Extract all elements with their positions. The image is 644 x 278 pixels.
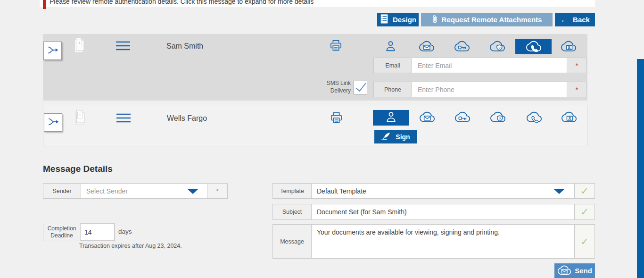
paperclip-icon — [432, 14, 438, 25]
request-remote-attachments-label: Request Remote Attachments — [442, 16, 542, 24]
phone-required-marker: * — [567, 82, 586, 97]
template-valid-check: ✓ — [574, 184, 594, 198]
document-pages-icon — [73, 48, 85, 56]
merge-arrow-icon — [47, 116, 59, 129]
document-count: 1 — [77, 40, 82, 46]
auth-access-code-icon[interactable] — [444, 110, 480, 126]
recipient-name: Wells Fargo — [167, 114, 207, 123]
quill-icon — [381, 131, 392, 142]
back-button-label: Back — [573, 16, 590, 24]
esign-transaction-page: Please review remote authentication deta… — [0, 0, 644, 278]
send-button[interactable]: Send — [554, 263, 595, 278]
auth-sms-phone-icon[interactable] — [516, 110, 552, 126]
auth-access-code-icon[interactable] — [444, 39, 480, 54]
phone-field-row: Phone * — [373, 82, 587, 97]
email-label: Email — [374, 58, 412, 73]
auth-challenge-question-icon[interactable]: ? — [479, 110, 516, 126]
completion-deadline-input[interactable] — [80, 223, 115, 241]
expiry-note: Transaction expires after Aug 23, 2024. — [79, 243, 182, 249]
sms-delivery-checkbox[interactable] — [354, 81, 367, 94]
scrollbar[interactable] — [637, 59, 644, 278]
alert-message: Please review remote authentication deta… — [50, 0, 314, 5]
drag-handle-icon[interactable] — [116, 113, 131, 125]
subject-label: Subject — [273, 204, 312, 219]
sms-link-delivery-label: SMS Link Delivery — [322, 80, 351, 94]
auth-sms-phone-icon-selected[interactable] — [515, 39, 552, 54]
recipient-row-sam-smith: 1 Sam Smith ? Email * SMS Link Delivery … — [43, 34, 587, 101]
chevron-down-icon[interactable] — [553, 189, 565, 194]
document-count-icon: 1 — [73, 37, 85, 54]
template-label: Template — [273, 184, 312, 198]
completion-deadline-label: Completion Deadline — [43, 223, 80, 241]
sign-button-label: Sign — [396, 133, 410, 141]
back-arrow-icon: ← — [560, 15, 569, 24]
document-count: 1 — [77, 112, 83, 118]
merge-recipient-button[interactable] — [43, 42, 62, 60]
recipient-row-wells-fargo: 1 Wells Fargo ? Sign — [43, 105, 587, 146]
message-value[interactable]: Your documents are available for viewing… — [312, 225, 574, 258]
print-icon[interactable] — [329, 39, 343, 54]
auth-in-person-icon-selected[interactable] — [373, 110, 409, 126]
send-cloud-envelope-icon — [557, 265, 571, 277]
email-required-marker: * — [567, 58, 586, 73]
merge-recipient-button[interactable] — [44, 113, 62, 132]
sign-button[interactable]: Sign — [374, 130, 417, 143]
alert-red-accent — [43, 0, 46, 9]
auth-id-verification-icon[interactable] — [551, 110, 587, 126]
svg-text:?: ? — [498, 117, 501, 121]
sender-label: Sender — [43, 184, 81, 198]
auth-challenge-question-icon[interactable]: ? — [479, 39, 515, 54]
completion-deadline-group: Completion Deadline — [43, 223, 115, 241]
phone-label: Phone — [374, 82, 412, 97]
design-doc-icon — [380, 14, 389, 25]
email-input[interactable] — [412, 58, 567, 73]
template-dropdown[interactable]: Template Default Template ✓ — [272, 183, 595, 199]
back-button[interactable]: ← Back — [555, 13, 595, 26]
auth-email-delivery-icon[interactable] — [409, 110, 445, 126]
merge-arrow-icon — [47, 44, 59, 58]
subject-valid-check: ✓ — [574, 204, 594, 219]
message-label: Message — [273, 225, 312, 258]
subject-value[interactable]: Document Set (for Sam Smith) — [312, 204, 574, 219]
sender-required-marker: * — [207, 184, 227, 198]
remote-auth-alert[interactable]: Please review remote authentication deta… — [40, 0, 595, 7]
document-count-icon: 1 — [74, 110, 86, 126]
auth-id-verification-icon[interactable] — [550, 39, 586, 54]
svg-text:?: ? — [498, 45, 500, 50]
chevron-down-icon[interactable] — [187, 189, 198, 194]
phone-input[interactable] — [412, 82, 567, 97]
request-remote-attachments-button[interactable]: Request Remote Attachments — [421, 13, 553, 26]
deadline-unit-label: days — [118, 228, 132, 235]
auth-email-delivery-icon[interactable] — [408, 39, 445, 54]
document-pages-icon — [74, 120, 86, 128]
send-button-label: Send — [575, 267, 592, 275]
auth-in-person-icon[interactable] — [372, 39, 409, 54]
subject-field: Subject Document Set (for Sam Smith) ✓ — [272, 204, 595, 220]
template-value: Default Template — [317, 187, 366, 195]
sender-dropdown[interactable]: Sender Select Sender * — [43, 183, 228, 199]
design-button-label: Design — [393, 16, 416, 24]
drag-handle-icon[interactable] — [116, 41, 130, 52]
sender-placeholder: Select Sender — [86, 187, 128, 195]
recipient-name: Sam Smith — [166, 42, 203, 51]
message-details-title: Message Details — [43, 164, 113, 174]
print-icon[interactable] — [330, 111, 343, 126]
message-field: Message Your documents are available for… — [272, 224, 595, 259]
email-field-row: Email * — [373, 58, 587, 73]
design-button[interactable]: Design — [377, 13, 419, 26]
message-valid-check: ✓ — [574, 225, 594, 258]
